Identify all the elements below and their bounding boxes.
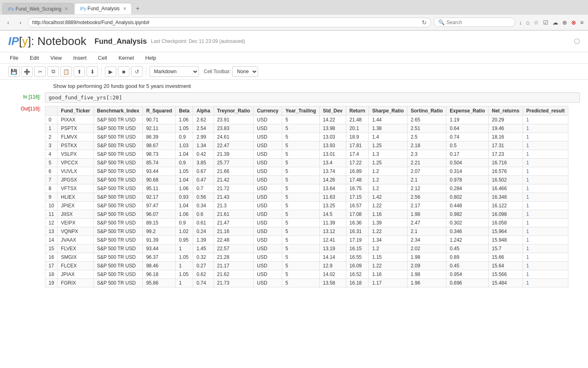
tab-close-2[interactable]: ✕ xyxy=(123,6,127,11)
menu-edit[interactable]: Edit xyxy=(28,54,40,62)
predicted-result-cell: 1 xyxy=(523,253,568,262)
table-cell: USD xyxy=(254,150,282,159)
table-cell: 5 xyxy=(45,159,58,167)
table-cell: 20.1 xyxy=(346,124,369,133)
table-cell: 1.16 xyxy=(369,270,407,279)
table-cell: 89.15 xyxy=(143,219,175,227)
menu-help[interactable]: Help xyxy=(144,54,158,62)
predicted-result-cell: 1 xyxy=(523,236,568,245)
predicted-result-cell: 1 xyxy=(523,116,568,124)
col-header-alpha: Alpha xyxy=(193,106,214,116)
table-cell: USD xyxy=(254,193,282,202)
sync-icon[interactable]: ⊗ xyxy=(570,18,577,27)
table-cell: S&P 500 TR USD xyxy=(94,141,143,150)
table-cell: 13.19 xyxy=(319,245,346,253)
table-row: 9HLIEXS&P 500 TR USD92.170.930.5621.43US… xyxy=(45,193,568,202)
table-cell: 15 xyxy=(45,245,58,253)
table-cell: 1.22 xyxy=(369,262,407,270)
url-input[interactable] xyxy=(32,20,420,25)
table-cell: 12.9 xyxy=(319,262,346,270)
table-cell: USD xyxy=(254,270,282,279)
forward-button[interactable]: › xyxy=(16,18,25,27)
table-cell: 17.22 xyxy=(346,159,369,167)
table-cell: 1.03 xyxy=(176,141,193,150)
new-tab-button[interactable]: + xyxy=(133,4,143,13)
notebook-header: IP[y]: Notebook Fund_Analysis Last Check… xyxy=(0,31,588,52)
tab-fund-web-scraping[interactable]: IPy Fund_Web_Scraping ✕ xyxy=(2,3,74,14)
table-row: 19FGRIXS&P 500 TR USD95.8610.7421.73USD5… xyxy=(45,279,568,287)
table-row: 7JPGSXS&P 500 TR USD90.681.040.4721.42US… xyxy=(45,176,568,184)
table-cell: 5 xyxy=(282,253,320,262)
table-cell: S&P 500 TR USD xyxy=(94,219,143,227)
cell-type-select[interactable]: Markdown Code Raw NBConvert xyxy=(149,66,199,77)
table-cell: SMGIX xyxy=(58,253,94,262)
search-input[interactable] xyxy=(446,20,511,25)
kernel-indicator xyxy=(574,38,580,44)
cell-input-code[interactable]: good_fund_five_yrs[:20] xyxy=(45,92,580,103)
move-up-button[interactable]: ⬆ xyxy=(74,66,85,77)
table-cell: 5 xyxy=(282,116,320,124)
copy-button[interactable]: ⧉ xyxy=(47,66,59,77)
paste-button[interactable]: 📋 xyxy=(60,66,72,77)
table-cell: 16 xyxy=(45,253,58,262)
cloud-icon[interactable]: ☁ xyxy=(551,18,559,27)
table-cell: 13.93 xyxy=(319,141,346,150)
back-button[interactable]: ‹ xyxy=(3,18,13,27)
menu-insert[interactable]: Insert xyxy=(71,54,88,62)
predicted-result-cell: 1 xyxy=(523,210,568,219)
cell-toolbar-select[interactable]: None xyxy=(232,66,258,77)
table-cell: 5 xyxy=(282,124,320,133)
menu-bar: File Edit View Insert Cell Kernel Help xyxy=(0,52,588,64)
stop-button[interactable]: ■ xyxy=(118,66,129,77)
menu-cell[interactable]: Cell xyxy=(96,54,109,62)
reader-icon[interactable]: ☑ xyxy=(542,18,550,27)
tab-close-1[interactable]: ✕ xyxy=(65,6,68,11)
reload-button[interactable]: ↻ xyxy=(422,19,427,26)
table-cell: 97.47 xyxy=(143,202,175,210)
table-cell: 17.23 xyxy=(488,150,523,159)
save-button[interactable]: 💾 xyxy=(8,66,20,77)
table-cell: 16.09 xyxy=(346,262,369,270)
home-icon[interactable]: ⌂ xyxy=(525,18,530,27)
col-header-currency: Currency xyxy=(254,106,282,116)
table-cell: 5 xyxy=(282,270,320,279)
table-cell: 90.71 xyxy=(143,116,175,124)
table-cell: 1.39 xyxy=(193,236,214,245)
table-cell: 21.42 xyxy=(214,176,254,184)
menu-view[interactable]: View xyxy=(49,54,63,62)
table-cell: 0.62 xyxy=(193,270,214,279)
menu-file[interactable]: File xyxy=(8,54,20,62)
move-down-button[interactable]: ⬇ xyxy=(87,66,98,77)
table-cell: 2.07 xyxy=(407,167,446,176)
table-cell: 96.07 xyxy=(143,210,175,219)
menu-kernel[interactable]: Kernel xyxy=(117,54,136,62)
addon-icon[interactable]: ⊕ xyxy=(561,18,568,27)
run-button[interactable]: ▶ xyxy=(105,66,116,77)
table-cell: 2.02 xyxy=(407,245,446,253)
table-cell: 24.61 xyxy=(214,133,254,141)
predicted-result-cell: 1 xyxy=(523,219,568,227)
table-cell: 1.38 xyxy=(369,124,407,133)
table-cell: 12.41 xyxy=(319,236,346,245)
table-cell: 1.05 xyxy=(176,253,193,262)
add-cell-button[interactable]: ➕ xyxy=(21,66,33,77)
table-cell: 2.65 xyxy=(407,116,446,124)
table-cell: 0.9 xyxy=(176,133,193,141)
cut-button[interactable]: ✂ xyxy=(34,66,46,77)
url-bar[interactable]: ↻ xyxy=(28,18,431,27)
download-icon[interactable]: ↓ xyxy=(518,18,523,27)
bookmark-icon[interactable]: ☆ xyxy=(532,18,540,27)
table-cell: 14 xyxy=(45,236,58,245)
table-cell: USD xyxy=(254,245,282,253)
table-cell: 1.06 xyxy=(176,184,193,193)
restart-button[interactable]: ↺ xyxy=(131,66,143,77)
notebook-name: Fund_Analysis xyxy=(94,37,147,46)
menu-icon[interactable]: ≡ xyxy=(579,18,585,27)
predicted-result-cell: 1 xyxy=(523,184,568,193)
tab-label-2: Fund_Analysis xyxy=(87,6,120,11)
search-bar[interactable]: 🔍 xyxy=(434,18,515,27)
table-cell: 15.964 xyxy=(488,227,523,236)
table-cell: 11 xyxy=(45,210,58,219)
table-cell: 1.02 xyxy=(176,227,193,236)
tab-fund-analysis[interactable]: IPy Fund_Analysis ✕ xyxy=(74,3,132,14)
